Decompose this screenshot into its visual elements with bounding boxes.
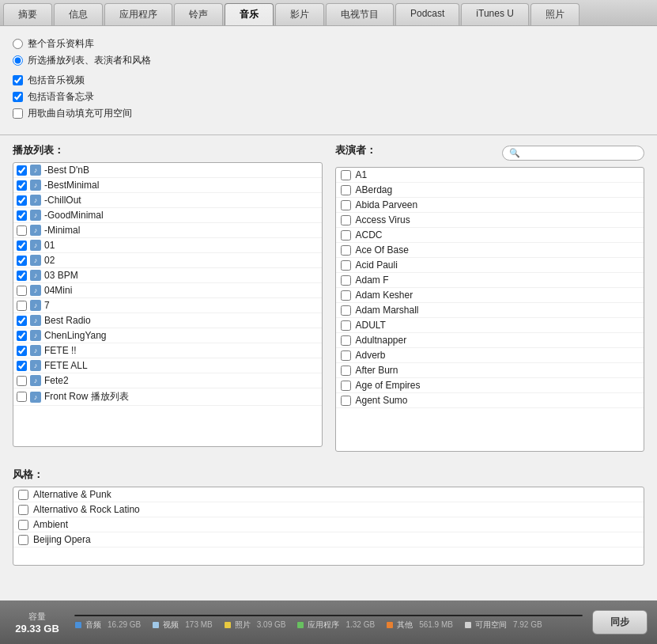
artist-item[interactable]: Adverb: [336, 348, 644, 363]
artist-checkbox[interactable]: [341, 230, 351, 241]
playlist-item[interactable]: ♪ -Best D'nB: [13, 163, 322, 178]
playlist-item[interactable]: ♪ Front Row 播放列表: [13, 388, 322, 406]
sync-button[interactable]: 同步: [592, 610, 648, 635]
playlist-item[interactable]: ♪ ChenLingYang: [13, 328, 322, 343]
genre-checkbox[interactable]: [18, 490, 28, 500]
playlist-checkbox[interactable]: [17, 271, 27, 281]
artist-checkbox[interactable]: [341, 396, 351, 406]
artist-item[interactable]: Agent Sumo: [336, 393, 644, 408]
playlist-checkbox[interactable]: [17, 316, 27, 326]
cb-autofill[interactable]: 用歌曲自动填充可用空间: [13, 107, 644, 120]
genre-checkbox[interactable]: [18, 535, 28, 545]
artist-item[interactable]: Abida Parveen: [336, 198, 644, 213]
playlist-item[interactable]: ♪ FETE ALL: [13, 358, 322, 373]
tab-photos[interactable]: 照片: [531, 3, 580, 25]
tab-info[interactable]: 信息: [54, 3, 103, 25]
artist-item[interactable]: ADULT: [336, 318, 644, 333]
artist-checkbox[interactable]: [341, 170, 351, 180]
playlist-item[interactable]: ♪ Best Radio: [13, 313, 322, 328]
tab-movies[interactable]: 影片: [275, 3, 324, 25]
cb-include-videos-input[interactable]: [13, 75, 23, 85]
playlist-checkbox[interactable]: [17, 361, 27, 371]
radio-all-library[interactable]: 整个音乐资料库: [13, 37, 644, 51]
genre-checkbox[interactable]: [18, 520, 28, 530]
playlist-checkbox[interactable]: [17, 195, 27, 206]
artist-item[interactable]: Adultnapper: [336, 333, 644, 348]
tab-tv[interactable]: 电视节目: [326, 3, 394, 25]
artist-item[interactable]: ACDC: [336, 228, 644, 243]
playlist-checkbox[interactable]: [17, 210, 27, 221]
artist-item[interactable]: Ace Of Base: [336, 243, 644, 258]
playlist-item[interactable]: ♪ -ChillOut: [13, 193, 322, 208]
artist-item[interactable]: Acid Pauli: [336, 258, 644, 273]
artist-checkbox[interactable]: [341, 245, 351, 256]
tab-itunes-u[interactable]: iTunes U: [461, 3, 529, 25]
playlist-checkbox[interactable]: [17, 225, 27, 236]
artist-checkbox[interactable]: [341, 335, 351, 346]
artist-checkbox[interactable]: [341, 290, 351, 301]
genres-list[interactable]: Alternative & Punk Alternativo & Rock La…: [13, 487, 644, 566]
playlist-item[interactable]: ♪ Fete2: [13, 373, 322, 388]
playlist-checkbox[interactable]: [17, 376, 27, 386]
radio-all-input[interactable]: [13, 39, 23, 49]
artist-checkbox[interactable]: [341, 366, 351, 376]
artist-checkbox[interactable]: [341, 320, 351, 331]
artist-item[interactable]: Adam F: [336, 273, 644, 288]
playlist-checkbox[interactable]: [17, 346, 27, 356]
playlist-checkbox[interactable]: [17, 392, 27, 402]
artist-item[interactable]: After Burn: [336, 363, 644, 378]
playlist-item[interactable]: ♪ 04Mini: [13, 283, 322, 298]
playlist-checkbox[interactable]: [17, 331, 27, 341]
genre-item[interactable]: Beijing Opera: [13, 532, 644, 547]
radio-selected[interactable]: 所选播放列表、表演者和风格: [13, 54, 644, 67]
cb-include-voice-input[interactable]: [13, 92, 23, 102]
artists-list[interactable]: A1 ABerdag Abida Parveen Access Virus AC…: [335, 167, 645, 452]
artist-checkbox[interactable]: [341, 350, 351, 361]
playlist-checkbox[interactable]: [17, 180, 27, 191]
genre-item[interactable]: Ambient: [13, 517, 644, 532]
artist-item[interactable]: ABerdag: [336, 183, 644, 198]
playlist-checkbox[interactable]: [17, 165, 27, 176]
artist-checkbox[interactable]: [341, 185, 351, 195]
tab-summary[interactable]: 摘要: [3, 3, 52, 25]
tab-podcast[interactable]: Podcast: [395, 3, 459, 25]
artist-checkbox[interactable]: [341, 200, 351, 210]
artist-item[interactable]: Adam Marshall: [336, 303, 644, 318]
playlists-list[interactable]: ♪ -Best D'nB ♪ -BestMinimal ♪ -ChillOut …: [13, 162, 323, 447]
cb-autofill-input[interactable]: [13, 108, 23, 119]
artist-item[interactable]: A1: [336, 168, 644, 183]
playlist-checkbox[interactable]: [17, 256, 27, 266]
genre-item[interactable]: Alternative & Punk: [13, 487, 644, 502]
cb-include-videos[interactable]: 包括音乐视频: [13, 74, 644, 87]
playlist-checkbox[interactable]: [17, 301, 27, 311]
artist-checkbox[interactable]: [341, 275, 351, 286]
playlist-item[interactable]: ♪ 7: [13, 298, 322, 313]
artist-checkbox[interactable]: [341, 260, 351, 271]
artist-search-input[interactable]: [523, 148, 637, 157]
artist-item[interactable]: Access Virus: [336, 213, 644, 228]
radio-selected-input[interactable]: [13, 55, 23, 66]
playlist-item[interactable]: ♪ -Minimal: [13, 223, 322, 238]
legend-label: 其他: [397, 619, 413, 631]
playlist-item[interactable]: ♪ -GoodMinimal: [13, 208, 322, 223]
playlist-item[interactable]: ♪ -BestMinimal: [13, 178, 322, 193]
artist-checkbox[interactable]: [341, 215, 351, 225]
tab-ringtones[interactable]: 铃声: [174, 3, 223, 25]
artist-checkbox[interactable]: [341, 381, 351, 391]
artist-search-box[interactable]: 🔍: [502, 146, 644, 161]
playlist-item[interactable]: ♪ 03 BPM: [13, 268, 322, 283]
cb-include-voice[interactable]: 包括语音备忘录: [13, 90, 644, 104]
tab-music[interactable]: 音乐: [225, 3, 274, 25]
artist-item[interactable]: Age of Empires: [336, 378, 644, 393]
playlist-checkbox[interactable]: [17, 286, 27, 296]
artist-label: Adam Kesher: [356, 290, 413, 301]
playlist-checkbox[interactable]: [17, 241, 27, 251]
genre-checkbox[interactable]: [18, 505, 28, 515]
playlist-item[interactable]: ♪ 02: [13, 253, 322, 268]
tab-apps[interactable]: 应用程序: [104, 3, 172, 25]
genre-item[interactable]: Alternativo & Rock Latino: [13, 502, 644, 517]
playlist-item[interactable]: ♪ FETE !!: [13, 343, 322, 358]
artist-checkbox[interactable]: [341, 305, 351, 316]
playlist-item[interactable]: ♪ 01: [13, 238, 322, 253]
artist-item[interactable]: Adam Kesher: [336, 288, 644, 303]
